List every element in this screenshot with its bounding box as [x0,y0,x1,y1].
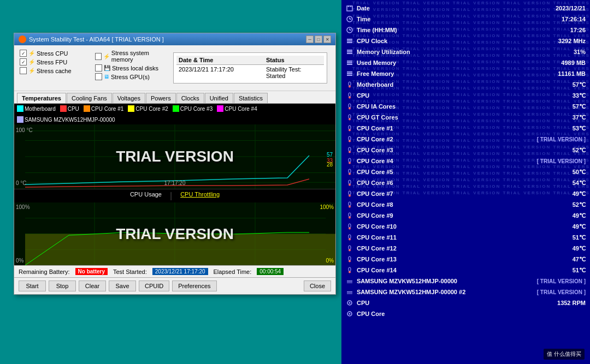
svg-rect-4 [173,105,179,112]
sensor-name-10: CPU GT Cores [357,114,573,121]
svg-rect-35 [347,51,352,52]
svg-rect-55 [349,147,351,151]
sensor-row-5: Used Memory4989 MB [341,57,590,68]
sensor-value-9: 57℃ [573,103,586,110]
tab-powers[interactable]: Powers [146,93,176,103]
sensor-icon-1 [346,15,353,23]
sensor-value-18: 52℃ [573,201,586,208]
start-button[interactable]: Start [19,281,46,291]
cb-stress-memory[interactable]: ⚡ Stress system memory [95,50,166,63]
cpu-chart: 100% 0% 100% 0% TRIAL VERSION [14,202,335,265]
window-content: ✓ ⚡ Stress CPU ✓ ⚡ Stress FPU ⚡ Stress c… [14,45,335,294]
svg-rect-47 [349,104,351,108]
svg-rect-53 [349,136,351,140]
cpu-y-max-right: 100% [320,204,334,210]
svg-point-74 [349,249,351,252]
maximize-button[interactable]: □ [315,35,322,43]
legend-core4-label: CPU Core #4 [225,106,257,112]
sensor-row-3: CPU Clock3292 MHz [341,35,590,46]
cpuid-button[interactable]: CPUID [139,281,169,291]
svg-rect-34 [347,50,352,51]
sensor-row-8: CPU33℃ [341,90,590,101]
svg-rect-61 [349,180,351,184]
svg-rect-37 [347,61,352,62]
sensor-icon-7 [346,81,353,88]
sensor-value-22: 49℃ [573,245,586,252]
minimize-button[interactable]: ─ [306,35,314,43]
cb-stress-memory-box[interactable] [95,53,102,60]
svg-rect-39 [347,64,352,65]
cb-stress-gpu-box[interactable] [95,73,102,80]
sensor-row-10: CPU GT Cores37℃ [341,112,590,123]
sensor-row-27: CPU1352 RPM [341,297,590,308]
sensor-value-8: 33℃ [573,92,586,99]
cpu-chart-section: CPU Usage | CPU Throttling [14,189,335,265]
save-button[interactable]: Save [109,281,136,291]
svg-rect-31 [347,39,352,40]
svg-point-48 [349,108,351,110]
svg-rect-36 [347,53,352,54]
stop-button[interactable]: Stop [49,281,76,291]
clear-button[interactable]: Clear [79,281,106,291]
tab-cooling-fans[interactable]: Cooling Fans [67,93,112,103]
legend-samsung-icon [17,116,23,123]
temp-chart: 100 °C 0 °C 17:17:20 TRIAL VERSION 57 33… [14,124,335,189]
log-header: Date & Time Status [176,56,324,65]
log-col2-header: Status [266,57,322,63]
cb-stress-disks[interactable]: 💾 Stress local disks [95,64,166,71]
chart-legend: Motherboard CPU CPU Core #1 CPU Core #2 … [14,104,335,124]
preferences-button[interactable]: Preferences [172,281,216,291]
tab-statistics[interactable]: Statistics [234,93,268,103]
svg-rect-5 [217,105,223,112]
sensor-icon-14 [346,157,353,165]
tab-temperatures[interactable]: Temperatures [17,93,66,103]
cb-stress-cache-box[interactable] [20,67,27,74]
cb-stress-fpu[interactable]: ✓ ⚡ Stress FPU [20,58,91,65]
svg-point-78 [349,271,351,273]
sensor-value-21: 51℃ [573,234,586,241]
svg-point-52 [349,129,351,132]
sensor-name-14: CPU Core #4 [357,158,537,164]
svg-rect-73 [349,246,351,249]
close-window-button[interactable]: ✕ [323,35,331,43]
sensor-row-4: Memory Utilization31% [341,46,590,57]
sensor-value-4: 31% [574,49,586,55]
sensor-name-0: Date [357,5,556,11]
svg-rect-45 [349,93,351,97]
sensor-row-7: Motherboard57℃ [341,79,590,90]
tab-voltages[interactable]: Voltages [113,93,145,103]
cb-stress-cpu-box[interactable]: ✓ [20,50,27,57]
svg-rect-32 [347,40,352,41]
svg-point-56 [349,151,351,153]
cb-stress-disks-box[interactable] [95,64,102,71]
svg-rect-49 [349,115,351,118]
gpu-icon: 🖥 [104,74,109,80]
svg-rect-69 [349,224,351,228]
svg-rect-59 [349,169,351,173]
sensor-row-19: CPU Core #949℃ [341,210,590,221]
cb-stress-gpu-label: Stress GPU(s) [111,74,150,80]
svg-rect-3 [128,105,134,112]
sensor-value-25: [ TRIAL VERSION ] [537,278,586,284]
sensor-name-2: Time (HH:MM) [357,27,570,33]
svg-rect-65 [349,202,351,206]
svg-point-62 [349,184,351,186]
cb-stress-cache[interactable]: ⚡ Stress cache [20,67,91,74]
close-button[interactable]: Close [304,281,331,291]
sensor-icon-23 [346,255,353,263]
tab-clocks[interactable]: Clocks [176,93,204,103]
legend-core3-label: CPU Core #3 [180,106,213,112]
legend-core3: CPU Core #3 [173,105,213,112]
cb-stress-fpu-box[interactable]: ✓ [20,58,27,65]
sensor-icon-26 [346,288,353,296]
cpu-y-min-left: 0% [16,258,23,264]
tab-unified[interactable]: Unified [205,93,233,103]
sensor-value-5: 4989 MB [561,59,586,66]
cb-stress-gpu[interactable]: 🖥 Stress GPU(s) [95,73,166,80]
chart-y-max-label: 100 °C [16,127,33,133]
cb-stress-cpu[interactable]: ✓ ⚡ Stress CPU [20,50,91,57]
svg-point-46 [349,97,351,99]
sensor-name-16: CPU Core #6 [357,180,573,186]
status-bar: Remaining Battery: No battery Test Start… [14,265,335,277]
sensor-row-13: CPU Core #352℃ [341,145,590,156]
